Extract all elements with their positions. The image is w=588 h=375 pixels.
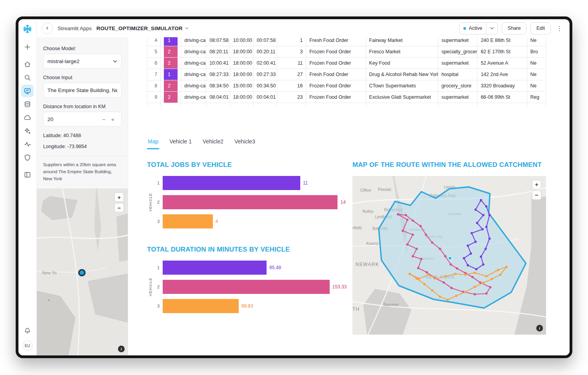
activity-button[interactable] — [21, 138, 34, 150]
map-zoom-out-button[interactable]: − — [532, 190, 541, 200]
map-attribution-button[interactable]: i — [536, 325, 543, 332]
bar-vehicle-3 — [163, 214, 213, 228]
vehicle-cell: 1 — [161, 37, 181, 46]
screen: EU ‹ Streamlit Apps ROUTE_OPTIMIZER_SIMU… — [0, 0, 588, 375]
search-icon — [24, 74, 31, 82]
bar-vehicle-1 — [163, 176, 300, 190]
ai-ml-button[interactable] — [21, 125, 34, 137]
cloud-icon — [24, 114, 31, 121]
window-frame: EU ‹ Streamlit Apps ROUTE_OPTIMIZER_SIMU… — [16, 16, 572, 358]
left-icon-rail: EU — [18, 19, 37, 355]
y-tick: 3 — [154, 304, 160, 308]
decrement-button[interactable]: − — [99, 116, 108, 123]
y-tick: 1 — [154, 265, 160, 270]
databases-button[interactable] — [21, 98, 34, 111]
governance-button[interactable] — [21, 151, 34, 164]
bar-vehicle-3 — [163, 299, 239, 313]
bar-row: 1 11 — [154, 176, 348, 190]
topbar: ‹ Streamlit Apps ROUTE_OPTIMIZER_SIMULAT… — [37, 19, 570, 37]
map-label: TH — [352, 306, 360, 312]
sidebar-minimap[interactable]: New Yo + − i — [37, 188, 128, 355]
minimap-place-label: New Yo — [42, 271, 56, 275]
bell-icon — [24, 327, 31, 335]
tab-map[interactable]: Map — [147, 138, 159, 149]
home-icon — [24, 60, 31, 68]
status-dot-icon — [463, 27, 466, 30]
notifications-button[interactable] — [21, 324, 34, 337]
database-icon — [24, 100, 31, 108]
overflow-menu-button[interactable]: ⋮ — [555, 25, 564, 32]
map-label: NEWARK — [356, 261, 379, 267]
chevron-down-icon — [490, 27, 494, 29]
route-map-panel: MAP OF THE ROUTE WITHIN THE ALLOWED CATC… — [352, 161, 546, 335]
input-label: Choose Input — [43, 75, 122, 80]
sidebar: Choose Model: mistral-large2 Choose Inpu… — [37, 37, 128, 355]
minimap-canvas: New Yo — [37, 188, 128, 355]
map-label: nfield — [352, 225, 362, 230]
streamlit-apps-button[interactable] — [21, 85, 34, 97]
y-axis-label: VEHICLE — [147, 261, 153, 313]
y-tick: 2 — [154, 200, 160, 205]
tab-vehicle-1[interactable]: Vehicle 1 — [169, 138, 192, 149]
app-window: EU ‹ Streamlit Apps ROUTE_OPTIMIZER_SIMU… — [18, 19, 570, 355]
bar-value: 11 — [303, 180, 308, 186]
map-zoom-in-button[interactable]: + — [532, 180, 541, 189]
bar-value: 69.83 — [241, 303, 253, 309]
edit-button[interactable]: Edit — [530, 22, 551, 34]
bar-row: 3 69.83 — [154, 299, 348, 313]
route-map[interactable]: Clifton Passaic Leonia Palisades Park Ru… — [352, 176, 546, 335]
minimap-zoom-in-button[interactable]: + — [114, 192, 124, 202]
search-button[interactable] — [21, 71, 34, 84]
bar-value: 95.48 — [269, 265, 281, 270]
catchment-description: Suppliers within a 20km square area arou… — [43, 161, 120, 182]
table-row: 9 2 driving-car 08:04:01 18:00:00 00:04:… — [147, 92, 546, 103]
distance-number-input[interactable]: 20 − + — [43, 112, 122, 127]
tab-vehicle-3[interactable]: Vehicle3 — [234, 138, 256, 149]
bar-vehicle-2 — [163, 195, 338, 209]
cloud-button[interactable] — [21, 111, 34, 124]
bar-vehicle-1 — [163, 261, 267, 275]
status-pill: Active — [459, 22, 498, 34]
latitude-text: Latitude: 40.7488 — [43, 133, 122, 138]
location-input[interactable]: The Empire State Building, Ne — [43, 83, 122, 98]
panel-toggle-button[interactable] — [21, 168, 34, 181]
status-badge[interactable]: Active — [459, 25, 486, 31]
map-label: Passaic — [378, 187, 392, 191]
model-select[interactable]: mistral-large2 — [43, 54, 122, 69]
home-button[interactable] — [21, 58, 34, 71]
share-button[interactable]: Share — [502, 22, 526, 34]
minimap-zoom-out-button[interactable]: − — [114, 203, 124, 212]
new-button[interactable] — [21, 41, 34, 53]
plus-icon — [24, 43, 31, 51]
y-tick: 1 — [154, 181, 160, 185]
chevron-down-icon — [113, 60, 117, 63]
activity-icon — [24, 140, 31, 148]
snowflake-logo — [22, 23, 33, 35]
row-index: 4 — [147, 37, 161, 46]
breadcrumb[interactable]: Streamlit Apps — [58, 25, 92, 31]
region-badge[interactable]: EU — [22, 341, 33, 351]
bar-row: 2 153.33 — [154, 280, 348, 294]
results-table[interactable]: 4 1 driving-car 08:07:58 10:00:00 00:07:… — [147, 37, 546, 107]
bar-value: 153.33 — [332, 284, 347, 290]
map-label: Clifton — [360, 188, 371, 192]
table-row: 4 1 driving-car 08:07:58 10:00:00 00:07:… — [147, 37, 546, 46]
bar-row: 2 14 — [154, 195, 348, 209]
main-content: 4 1 driving-car 08:07:58 10:00:00 00:07:… — [128, 37, 570, 355]
sidebar-panel-icon — [24, 171, 31, 179]
view-tabs: Map Vehicle 1 Vehicle2 Vehicle3 — [147, 138, 546, 149]
app-chart-icon — [24, 87, 31, 95]
page-title[interactable]: ROUTE_OPTIMIZER_SIMULATOR — [96, 25, 189, 31]
tab-vehicle-2[interactable]: Vehicle2 — [202, 138, 224, 149]
location-marker — [79, 270, 85, 276]
increment-button[interactable]: + — [108, 116, 117, 123]
map-label: Kearny — [367, 241, 379, 245]
sparkle-icon — [24, 127, 31, 135]
jobs-chart: VEHICLE 1 11 2 — [147, 176, 348, 228]
duration-chart: VEHICLE 1 95.48 2 — [147, 261, 348, 313]
minimap-attribution-button[interactable]: i — [118, 346, 125, 352]
status-dropdown[interactable] — [486, 27, 497, 29]
route-map-canvas: Clifton Passaic Leonia Palisades Park Ru… — [352, 176, 546, 335]
bar-row: 1 95.48 — [154, 261, 348, 275]
back-button[interactable]: ‹ — [42, 23, 53, 34]
